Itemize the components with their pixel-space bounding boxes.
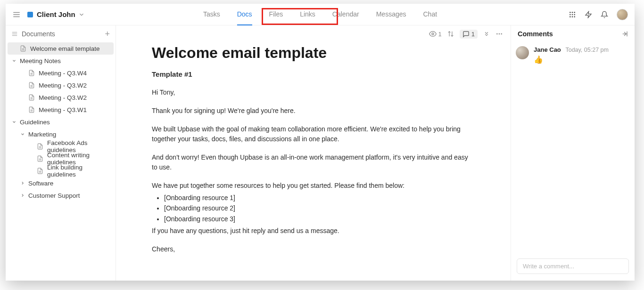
- chevron-down-icon: [11, 58, 17, 63]
- expand-button[interactable]: [483, 31, 490, 37]
- body: Documents + Welcome email templateMeetin…: [6, 25, 635, 281]
- tree-item-label: Meeting - Q3.W2: [39, 82, 87, 89]
- tree-doc[interactable]: Meeting - Q3.W1: [8, 104, 114, 116]
- svg-point-3: [570, 12, 571, 13]
- views-count[interactable]: 1: [429, 30, 442, 38]
- chevron-right-icon: [20, 193, 25, 198]
- tree-folder[interactable]: Guidelines: [8, 116, 114, 128]
- project-name: Client John: [37, 10, 75, 18]
- comment-icon: [462, 31, 470, 38]
- eye-icon: [429, 30, 437, 38]
- list-item: [Onboarding resource 3]: [164, 214, 475, 224]
- list-item: [Onboarding resource 2]: [164, 203, 475, 213]
- tree-item-label: Customer Support: [28, 192, 80, 199]
- comments-count[interactable]: 1: [460, 30, 478, 39]
- tab-links[interactable]: Links: [300, 4, 315, 25]
- svg-point-34: [499, 33, 500, 35]
- svg-point-6: [570, 14, 571, 15]
- apps-grid-icon[interactable]: [569, 11, 576, 18]
- tree-doc[interactable]: Facebook Ads guidelines: [8, 140, 114, 153]
- add-document-button[interactable]: +: [105, 29, 110, 39]
- user-avatar[interactable]: [617, 9, 628, 20]
- commenter-name: Jane Cao: [534, 46, 561, 53]
- more-button[interactable]: [495, 30, 503, 38]
- tree-folder[interactable]: Customer Support: [8, 189, 114, 201]
- tab-docs[interactable]: Docs: [237, 4, 252, 25]
- svg-point-33: [496, 33, 498, 35]
- bolt-icon[interactable]: [585, 11, 592, 18]
- svg-point-4: [572, 12, 573, 13]
- main-panel: 1 1 Welcome email template Templat: [116, 25, 511, 281]
- svg-marker-12: [586, 11, 591, 17]
- document-subheading: Template #1: [152, 70, 475, 78]
- tree-item-label: Guidelines: [20, 119, 50, 126]
- dots-icon: [495, 30, 503, 38]
- paragraph: We built Upbase with the goal of making …: [152, 124, 475, 144]
- document-title: Welcome email template: [152, 44, 475, 62]
- comment-time: Today, 05:27 pm: [565, 47, 609, 53]
- tree-item-label: Software: [28, 180, 53, 187]
- tree-item-label: Meeting - Q3.W2: [39, 94, 87, 101]
- comments-title: Comments: [518, 30, 553, 38]
- sort-button[interactable]: [447, 31, 454, 37]
- document-icon: [28, 82, 35, 89]
- document-icon: [28, 94, 35, 101]
- chevron-down-icon: [78, 11, 85, 18]
- document-content[interactable]: Welcome email template Template #1 Hi To…: [116, 42, 511, 281]
- tree-item-label: Meeting Notes: [20, 57, 61, 64]
- svg-point-10: [572, 16, 573, 17]
- comments-header: Comments: [511, 25, 635, 42]
- svg-point-5: [574, 12, 575, 13]
- tree-folder[interactable]: Meeting Notes: [8, 55, 114, 67]
- sidebar-title: Documents: [22, 30, 55, 38]
- document-icon: [37, 155, 43, 162]
- paragraph: Thank you for signing up! We're glad you…: [152, 106, 475, 116]
- topbar-right: [569, 9, 628, 20]
- comment-input-wrap: [511, 254, 635, 281]
- tree-doc[interactable]: Meeting - Q3.W2: [8, 91, 114, 104]
- tab-chat[interactable]: Chat: [423, 4, 438, 25]
- tree-item-label: Meeting - Q3.W4: [39, 70, 87, 77]
- svg-point-9: [570, 16, 571, 17]
- comment-item[interactable]: Jane Cao Today, 05:27 pm 👍: [516, 46, 630, 64]
- document-icon: [37, 143, 43, 150]
- tree-doc[interactable]: Content writing guidelines: [8, 153, 114, 165]
- svg-point-35: [501, 33, 502, 35]
- project-selector[interactable]: Client John: [27, 10, 85, 18]
- paragraph: And don't worry! Even though Upbase is a…: [152, 153, 475, 172]
- topbar: Client John Tasks Docs Files Links Calen…: [6, 4, 635, 25]
- tree-folder[interactable]: Software: [8, 177, 114, 189]
- svg-point-32: [432, 33, 434, 35]
- bell-icon[interactable]: [601, 11, 608, 18]
- chevrons-down-icon: [483, 31, 490, 37]
- collapse-panel-button[interactable]: [620, 30, 628, 38]
- tree-item-label: Welcome email template: [30, 45, 100, 52]
- document-icon: [20, 45, 26, 52]
- list-icon: [11, 31, 18, 37]
- tree-doc[interactable]: Link building guidelines: [8, 165, 114, 177]
- tab-tasks[interactable]: Tasks: [203, 4, 220, 25]
- paragraph: We have put together some resources to h…: [152, 181, 475, 191]
- tab-files[interactable]: Files: [269, 4, 283, 25]
- tree-folder[interactable]: Marketing: [8, 128, 114, 140]
- menu-icon[interactable]: [12, 10, 21, 19]
- tree-doc[interactable]: Meeting - Q3.W4: [8, 67, 114, 79]
- paragraph: Hi Tony,: [152, 88, 475, 97]
- list-item: [Onboarding resource 1]: [164, 193, 475, 203]
- tab-messages[interactable]: Messages: [376, 4, 406, 25]
- tree-doc[interactable]: Welcome email template: [8, 42, 114, 55]
- svg-point-7: [572, 14, 573, 15]
- tab-calendar[interactable]: Calendar: [332, 4, 359, 25]
- collapse-icon: [620, 30, 628, 38]
- document-icon: [37, 168, 43, 174]
- project-color-badge: [27, 12, 33, 17]
- sidebar-header: Documents +: [6, 25, 116, 42]
- comment-input[interactable]: [517, 258, 629, 274]
- commenter-avatar: [516, 46, 529, 59]
- svg-point-8: [574, 14, 575, 15]
- document-tree: Welcome email templateMeeting NotesMeeti…: [6, 42, 116, 201]
- chevron-down-icon: [20, 132, 25, 137]
- tree-item-label: Link building guidelines: [47, 164, 111, 178]
- tree-doc[interactable]: Meeting - Q3.W2: [8, 79, 114, 91]
- tree-item-label: Marketing: [28, 131, 56, 138]
